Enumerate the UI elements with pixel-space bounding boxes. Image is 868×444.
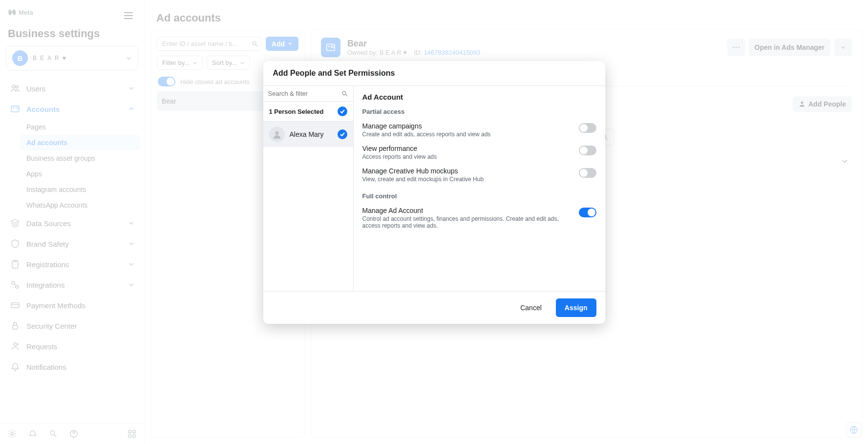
cancel-button[interactable]: Cancel (511, 298, 551, 317)
search-icon (341, 90, 348, 97)
perm-view-performance-toggle[interactable] (579, 146, 596, 155)
modal-search-input[interactable] (268, 90, 339, 97)
selected-check-icon (338, 106, 347, 116)
assign-button[interactable]: Assign (556, 298, 596, 317)
perm-manage-ad-account: Manage Ad Account Control ad account set… (362, 207, 596, 229)
partial-access-label: Partial access (362, 108, 596, 115)
svg-point-29 (275, 131, 278, 135)
modal-footer: Cancel Assign (263, 291, 605, 324)
modal-asset-type-heading: Ad Account (362, 93, 596, 101)
modal-people-column: 1 Person Selected Alexa Mary (263, 86, 354, 291)
perm-creative-hub-toggle[interactable] (579, 168, 596, 178)
perm-title: Manage campaigns (362, 122, 572, 130)
svg-point-28 (342, 91, 346, 95)
avatar (269, 127, 285, 142)
modal-selected-header[interactable]: 1 Person Selected (263, 101, 353, 122)
modal-title: Add People and Set Permissions (263, 61, 605, 86)
perm-title: Manage Ad Account (362, 207, 572, 214)
perm-title: Manage Creative Hub mockups (362, 167, 572, 175)
permissions-modal: Add People and Set Permissions 1 Person … (263, 61, 605, 324)
modal-search-wrapper[interactable] (263, 86, 353, 101)
perm-manage-campaigns-toggle[interactable] (579, 123, 596, 133)
perm-manage-campaigns: Manage campaigns Create and edit ads, ac… (362, 122, 596, 138)
perm-title: View performance (362, 145, 572, 152)
perm-view-performance: View performance Access reports and view… (362, 145, 596, 160)
perm-desc: Access reports and view ads (362, 153, 572, 160)
selected-count-label: 1 Person Selected (269, 108, 324, 115)
perm-manage-ad-account-toggle[interactable] (579, 208, 596, 217)
perm-desc: Control ad account settings, finances an… (362, 215, 572, 229)
modal-permissions-column: Ad Account Partial access Manage campaig… (354, 86, 605, 291)
modal-person-name: Alexa Mary (290, 130, 333, 138)
full-control-label: Full control (362, 192, 596, 200)
person-check-icon (338, 129, 347, 139)
modal-person-item[interactable]: Alexa Mary (263, 122, 353, 147)
modal-overlay: Add People and Set Permissions 1 Person … (0, 0, 868, 444)
perm-desc: Create and edit ads, access reports and … (362, 131, 572, 138)
perm-creative-hub: Manage Creative Hub mockups View, create… (362, 167, 596, 183)
perm-desc: View, create and edit mockups in Creativ… (362, 176, 572, 183)
